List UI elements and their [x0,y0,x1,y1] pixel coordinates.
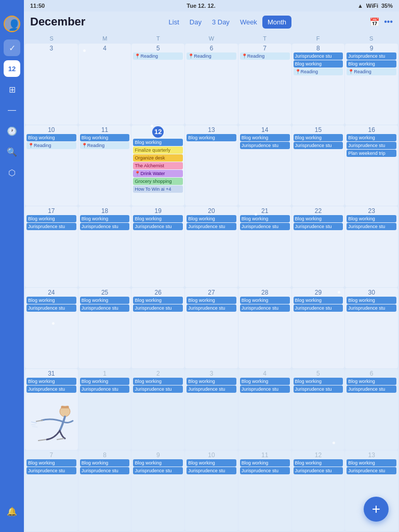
sidebar-icon-calendar[interactable]: 12 [4,60,20,77]
cal-cell-6[interactable]: 6Blog workingJurisprudence stu [345,369,398,450]
cal-cell-27[interactable]: 27Blog workingJurisprudence stu [185,288,238,369]
calendar-event[interactable]: Blog working [80,134,130,141]
nav-3day[interactable]: 3 Day [207,16,235,29]
sidebar-icon-search[interactable]: 🔍 [4,143,20,160]
cal-cell-10[interactable]: 10Blog working📍Reading [25,125,78,206]
calendar-event[interactable]: Jurisprudence stu [26,385,76,393]
cal-cell-7[interactable]: 7📍Reading [238,44,291,125]
sidebar-icon-dash[interactable]: — [4,102,20,118]
calendar-event[interactable]: Jurisprudence stu [187,304,236,312]
cal-cell-5[interactable]: 5📍Reading [131,44,184,125]
cal-cell-1[interactable]: 1Blog workingJurisprudence stu [78,369,131,450]
calendar-event[interactable]: Blog working [80,215,130,222]
nav-month[interactable]: Month [262,16,291,29]
calendar-event[interactable]: 📍Reading [26,142,76,149]
calendar-event[interactable]: Blog working [294,60,343,68]
calendar-event[interactable]: 📍Reading [347,68,396,75]
calendar-event[interactable]: Jurisprudence stu [294,304,343,312]
calendar-event[interactable]: Jurisprudence stu [294,385,343,393]
cal-cell-28[interactable]: 28Blog workingJurisprudence stu [238,288,291,369]
calendar-event[interactable]: Blog working [133,139,183,146]
calendar-event[interactable]: Blog working [240,297,290,304]
sidebar-icon-hex[interactable]: ⬡ [4,164,20,181]
calendar-event[interactable]: Blog working [26,134,76,141]
cal-cell-31[interactable]: 31Blog workingJurisprudence stu [25,369,78,450]
cal-cell-11[interactable]: 11Blog workingJurisprudence stu [238,450,291,531]
nav-week[interactable]: Week [235,16,262,29]
calendar-event[interactable]: 📍Reading [133,52,183,60]
cal-cell-6[interactable]: 6📍Reading [185,44,238,125]
calendar-event[interactable]: Jurisprudence stu [240,385,290,393]
calendar-event[interactable]: Jurisprudence stu [187,385,236,393]
calendar-event[interactable]: Grocery shopping [133,178,183,185]
calendar-event[interactable]: Blog working [347,134,396,141]
calendar-event[interactable]: Blog working [26,297,76,304]
cal-cell-30[interactable]: 30Blog workingJurisprudence stu [345,288,398,369]
calendar-event[interactable]: Jurisprudence stu [347,52,396,60]
avatar[interactable] [4,16,20,32]
cal-cell-23[interactable]: 23Blog workingJurisprudence stu [345,206,398,287]
calendar-event[interactable]: Blog working [187,459,236,467]
calendar-event[interactable]: How To Win ai +4 [133,185,183,193]
cal-cell-29[interactable]: 29Blog workingJurisprudence stu [292,288,345,369]
calendar-event[interactable]: Blog working [187,134,236,141]
calendar-event[interactable]: Blog working [133,297,183,304]
cal-cell-3[interactable]: 3Blog workingJurisprudence stu [185,369,238,450]
calendar-event[interactable]: Jurisprudence stu [240,304,290,312]
calendar-event[interactable]: Blog working [80,378,130,385]
calendar-event[interactable]: Jurisprudence stu [133,304,183,312]
cal-cell-25[interactable]: 25Blog workingJurisprudence stu [78,288,131,369]
calendar-event[interactable]: Jurisprudence stu [80,223,130,230]
cal-cell-3[interactable]: 3 [25,44,78,125]
calendar-event[interactable]: Blog working [240,378,290,385]
cal-cell-5[interactable]: 5Blog workingJurisprudence stu [292,369,345,450]
calendar-event[interactable]: Blog working [240,134,290,141]
calendar-event[interactable]: Blog working [347,378,396,385]
cal-cell-8[interactable]: 8Jurisprudence stuBlog working📍Reading [292,44,345,125]
calendar-event[interactable]: Blog working [187,378,236,385]
calendar-event[interactable]: Blog working [133,215,183,222]
calendar-event[interactable]: Jurisprudence stu [240,223,290,230]
calendar-event[interactable]: Blog working [26,459,76,467]
calendar-event[interactable]: Blog working [26,378,76,385]
calendar-event[interactable]: Blog working [26,215,76,222]
calendar-event[interactable]: Jurisprudence stu [347,142,396,149]
cal-cell-7[interactable]: 7Blog workingJurisprudence stu [25,450,78,531]
calendar-event[interactable]: Plan weekend trip [347,150,396,157]
calendar-event[interactable]: Blog working [347,60,396,68]
calendar-event[interactable]: Blog working [294,134,343,141]
calendar-event[interactable]: Jurisprudence stu [133,467,183,474]
calendar-event[interactable]: Blog working [133,459,183,467]
calendar-event[interactable]: Blog working [80,459,130,467]
calendar-event[interactable]: The Alchemist [133,162,183,169]
calendar-event[interactable]: Jurisprudence stu [240,142,290,149]
calendar-event[interactable]: Jurisprudence stu [294,52,343,60]
cal-cell-4[interactable]: 4 [78,44,131,125]
calendar-event[interactable]: Jurisprudence stu [294,223,343,230]
cal-cell-12[interactable]: 12Blog workingFinalize quarterlyOrganize… [131,125,184,206]
cal-cell-11[interactable]: 11Blog working📍Reading [78,125,131,206]
cal-cell-2[interactable]: 2Blog workingJurisprudence stu [131,369,184,450]
cal-cell-21[interactable]: 21Blog workingJurisprudence stu [238,206,291,287]
cal-cell-13[interactable]: 13Blog working [185,125,238,206]
calendar-event[interactable]: Organize desk [133,154,183,162]
calendar-event[interactable]: Blog working [294,297,343,304]
calendar-event[interactable]: Blog working [294,459,343,467]
cal-cell-12[interactable]: 12Blog workingJurisprudence stu [292,450,345,531]
calendar-event[interactable]: Blog working [294,378,343,385]
calendar-event[interactable]: Jurisprudence stu [26,467,76,474]
cal-cell-17[interactable]: 17Blog workingJurisprudence stu [25,206,78,287]
add-event-button[interactable]: + [364,497,389,522]
calendar-event[interactable]: Jurisprudence stu [187,467,236,474]
cal-cell-26[interactable]: 26Blog workingJurisprudence stu [131,288,184,369]
calendar-event[interactable]: Jurisprudence stu [347,304,396,312]
calendar-event[interactable]: Blog working [240,459,290,467]
calendar-event[interactable]: Blog working [240,215,290,222]
calendar-event[interactable]: Blog working [80,297,130,304]
cal-cell-9[interactable]: 9Blog workingJurisprudence stu [131,450,184,531]
nav-list[interactable]: List [164,16,184,29]
calendar-event[interactable]: Blog working [347,215,396,222]
more-icon[interactable]: ••• [384,17,393,26]
calendar-event[interactable]: Jurisprudence stu [347,385,396,393]
cal-cell-24[interactable]: 24Blog workingJurisprudence stu [25,288,78,369]
